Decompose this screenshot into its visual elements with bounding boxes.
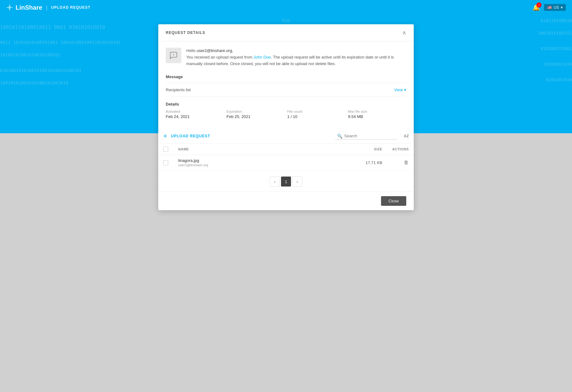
table-section: + UPLOAD REQUEST 🔍 AZ NAME SIZE ACTIONS — [158, 129, 414, 191]
col-header-size: SIZE — [344, 144, 387, 155]
greeting-text: Hello — [186, 48, 197, 53]
message-block: Hello user2@linshare.org, You received a… — [166, 48, 406, 67]
collapse-icon[interactable]: ∧ — [402, 29, 406, 36]
table-section-title: UPLOAD REQUEST — [171, 134, 331, 138]
svg-point-0 — [9, 7, 11, 8]
logo-text: LinShare — [16, 4, 42, 11]
details-grid: Activated: Feb 24, 2021 Expiration: Feb … — [166, 110, 406, 119]
col-header-actions: ACTIONS — [387, 144, 414, 155]
row-checkbox[interactable] — [163, 160, 168, 165]
max-file-size-value: 9.54 MB — [348, 114, 406, 119]
notification-badge: 1 — [536, 2, 541, 7]
header: LinShare | UPLOAD REQUEST 🔔 1 🇺🇸 US ▾ — [0, 0, 572, 15]
expiration-value: Feb 25, 2021 — [226, 114, 285, 119]
table-toolbar: + UPLOAD REQUEST 🔍 AZ — [158, 129, 414, 144]
expiration-label: Expiration: — [226, 110, 285, 113]
data-table: NAME SIZE ACTIONS linagora.jpg user2@lin… — [158, 144, 414, 170]
binary-decoration-6: 010110100010 — [541, 18, 572, 23]
sort-az-button[interactable]: AZ — [404, 134, 409, 138]
request-details-title: REQUEST DETAILS — [166, 31, 205, 35]
details-title: Details — [166, 102, 406, 106]
file-count-label: File count: — [287, 110, 346, 113]
row-name-cell: linagora.jpg user2@linshare.org — [173, 155, 344, 170]
col-header-checkbox — [158, 144, 173, 155]
table-body: linagora.jpg user2@linshare.org 17.71 KB… — [158, 155, 414, 170]
table-header-row: NAME SIZE ACTIONS — [158, 144, 414, 155]
delete-button[interactable]: 🗑 — [404, 160, 409, 165]
binary-decoration-9: 10101001010 — [543, 62, 572, 67]
binary-decoration-8: 010100101001 — [541, 46, 572, 51]
close-button[interactable]: Close — [381, 196, 406, 206]
user-email: user2@linshare.org, — [197, 48, 233, 53]
max-file-size-label: Max file size: — [348, 110, 406, 113]
detail-max-file-size: Max file size: 9.54 MB — [348, 110, 406, 119]
search-icon: 🔍 — [337, 134, 342, 139]
binary-decoration-11: 010 — [282, 18, 290, 23]
binary-decoration-1: 10010110100010011 0001 010101010010 — [0, 24, 105, 30]
file-name: linagora.jpg — [178, 158, 339, 163]
sender-link[interactable]: John Doe — [254, 55, 271, 59]
flag-icon: 🇺🇸 — [547, 5, 552, 10]
language-button[interactable]: 🇺🇸 US ▾ — [544, 4, 566, 11]
row-actions-cell: 🗑 — [387, 155, 414, 170]
binary-decoration-7: 1001010100101 — [538, 31, 572, 35]
notification-button[interactable]: 🔔 1 — [532, 4, 540, 11]
linshare-logo-icon — [6, 4, 13, 11]
header-right: 🔔 1 🇺🇸 US ▾ — [532, 4, 566, 11]
binary-decoration-3: 10100101001010010100101 — [0, 52, 60, 57]
add-button[interactable]: + — [163, 133, 167, 139]
activated-label: Activated: — [166, 110, 224, 113]
recipients-row: Recipients list View ▾ — [166, 83, 406, 97]
table-row: linagora.jpg user2@linshare.org 17.71 KB… — [158, 155, 414, 170]
header-checkbox[interactable] — [163, 147, 168, 152]
chevron-down-icon: ▾ — [404, 87, 406, 92]
dialog-footer: Close — [158, 191, 414, 210]
page-1-button[interactable]: 1 — [281, 177, 291, 187]
message-text: Hello user2@linshare.org, You received a… — [186, 48, 406, 67]
binary-decoration-2: 0011 10101010100101001 10010100010011010… — [0, 40, 121, 45]
pagination: ‹ 1 › — [158, 170, 414, 191]
binary-decoration-10: 0101001010 — [546, 77, 572, 82]
logo: LinShare — [6, 4, 42, 11]
binary-decoration-4: 0101001010100101001010010100101 — [0, 68, 81, 73]
activated-value: Feb 24, 2021 — [166, 114, 224, 119]
header-divider: | — [46, 4, 48, 11]
message-prefix: You received an upload request from — [186, 55, 254, 59]
row-checkbox-cell — [158, 155, 173, 170]
file-count-value: 1 / 10 — [287, 114, 346, 119]
binary-decoration-5: 10010101001010100101001010 — [0, 80, 68, 85]
next-page-button[interactable]: › — [292, 177, 302, 187]
detail-activated: Activated: Feb 24, 2021 — [166, 110, 224, 119]
view-button[interactable]: View ▾ — [394, 87, 406, 92]
detail-expiration: Expiration: Feb 25, 2021 — [226, 110, 285, 119]
view-label: View — [394, 87, 403, 92]
dialog-container: REQUEST DETAILS ∧ Hello user2@linshare.o… — [158, 24, 414, 210]
message-label: Message — [166, 72, 406, 83]
request-details-body: Hello user2@linshare.org, You received a… — [158, 41, 414, 128]
search-input[interactable] — [344, 134, 396, 138]
prev-page-button[interactable]: ‹ — [270, 177, 280, 187]
recipients-label: Recipients list — [166, 87, 191, 92]
row-size-cell: 17.71 KB — [344, 155, 387, 170]
chevron-down-icon: ▾ — [561, 5, 563, 10]
header-title: UPLOAD REQUEST — [51, 5, 90, 10]
file-uploader: user2@linshare.org — [178, 163, 339, 167]
search-box: 🔍 — [335, 133, 398, 139]
details-section: Details Activated: Feb 24, 2021 Expirati… — [166, 97, 406, 121]
avatar-icon — [166, 48, 181, 63]
request-details-header: REQUEST DETAILS ∧ — [158, 24, 414, 41]
lang-label: US — [554, 5, 559, 10]
col-header-name: NAME — [173, 144, 344, 155]
detail-file-count: File count: 1 / 10 — [287, 110, 346, 119]
